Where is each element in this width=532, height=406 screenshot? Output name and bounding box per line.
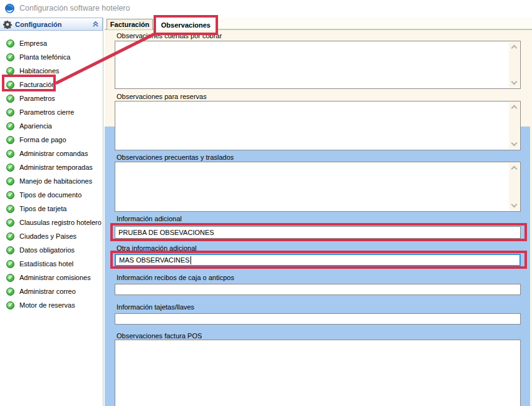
textarea-observaciones-para-reservas[interactable] bbox=[115, 101, 521, 150]
check-icon bbox=[6, 260, 14, 268]
observaciones-tab-panel: Observaciones cuentas por cobrar Observa… bbox=[105, 30, 532, 406]
text-caret bbox=[190, 256, 191, 264]
scrollbar[interactable] bbox=[509, 42, 519, 88]
sidebar-item-clausulas-registro[interactable]: Clausulas registro hotelero bbox=[0, 216, 103, 229]
check-icon bbox=[6, 191, 14, 199]
tab-facturacion[interactable]: Facturación bbox=[107, 19, 153, 29]
sidebar: Configuración Empresa Planta telefónica … bbox=[0, 18, 103, 406]
scroll-down-icon[interactable] bbox=[511, 202, 518, 208]
sidebar-item-parametros[interactable]: Parametros bbox=[0, 91, 103, 105]
sidebar-item-ciudades-y-paises[interactable]: Ciudades y Paises bbox=[0, 229, 103, 243]
input-informacion-tarjetas-llaves[interactable] bbox=[115, 313, 521, 325]
check-icon bbox=[6, 177, 14, 185]
label-observaciones-cuentas-por-cobrar: Observaciones cuentas por cobrar bbox=[117, 32, 222, 39]
sidebar-item-parametros-cierre[interactable]: Parametros cierre bbox=[0, 105, 103, 119]
window-title: Configuración software hotelero bbox=[19, 4, 130, 13]
scroll-up-icon[interactable] bbox=[511, 166, 518, 172]
check-icon bbox=[6, 122, 14, 130]
check-icon bbox=[6, 67, 14, 75]
gear-icon bbox=[3, 20, 12, 29]
sidebar-item-apariencia[interactable]: Apariencia bbox=[0, 119, 103, 133]
sidebar-item-manejo-de-habitaciones[interactable]: Manejo de habitaciones bbox=[0, 174, 103, 188]
check-icon bbox=[6, 246, 14, 254]
textarea-observaciones-cuentas-por-cobrar[interactable] bbox=[115, 41, 521, 89]
app-logo-icon bbox=[4, 3, 15, 14]
input-value: MAS OBSERVACINES bbox=[119, 256, 190, 264]
sidebar-item-forma-de-pago[interactable]: Forma de pago bbox=[0, 133, 103, 147]
label-informacion-tarjetas-llaves: Información tajetas/llaves bbox=[117, 303, 194, 311]
sidebar-item-empresa[interactable]: Empresa bbox=[0, 36, 103, 50]
scroll-up-icon[interactable] bbox=[511, 45, 518, 51]
sidebar-item-administrar-temporadas[interactable]: Administrar temporadas bbox=[0, 160, 103, 174]
sidebar-header[interactable]: Configuración bbox=[0, 18, 103, 31]
check-icon bbox=[6, 205, 14, 213]
check-icon bbox=[6, 108, 14, 117]
check-icon bbox=[6, 136, 14, 144]
check-icon bbox=[6, 95, 14, 103]
label-otra-informacion-adicional: Otra información adicional bbox=[117, 244, 197, 252]
sidebar-item-facturacion[interactable]: Facturación bbox=[0, 78, 103, 91]
sidebar-item-estadisticas-hotel[interactable]: Estadísticas hotel bbox=[0, 257, 103, 271]
sidebar-item-habitaciones[interactable]: Habitaciones bbox=[0, 64, 103, 78]
label-observaciones-precuentas-traslados: Observaciones precuentas y traslados bbox=[117, 154, 234, 161]
sidebar-item-datos-obligatorios[interactable]: Datos obligatorios bbox=[0, 243, 103, 257]
input-value: PRUEBA DE OBSEVACIONES bbox=[118, 229, 214, 236]
collapse-chevron-icon[interactable] bbox=[92, 21, 99, 28]
sidebar-item-tipos-de-tarjeta[interactable]: Tipos de tarjeta bbox=[0, 202, 103, 216]
title-bar: Configuración software hotelero bbox=[0, 0, 532, 16]
sidebar-item-administrar-correo[interactable]: Administrar correo bbox=[0, 284, 103, 298]
check-icon bbox=[6, 232, 14, 241]
textarea-observaciones-factura-pos[interactable] bbox=[115, 340, 521, 406]
textarea-observaciones-precuentas-traslados[interactable] bbox=[115, 162, 521, 212]
input-informacion-recibos-caja[interactable] bbox=[115, 284, 521, 295]
sidebar-item-tipos-de-documento[interactable]: Tipos de documento bbox=[0, 188, 103, 202]
sidebar-title: Configuración bbox=[15, 21, 92, 28]
check-icon bbox=[6, 53, 14, 61]
scrollbar[interactable] bbox=[509, 102, 519, 149]
check-icon bbox=[6, 219, 14, 227]
check-icon bbox=[6, 150, 14, 158]
sidebar-item-list: Empresa Planta telefónica Habitaciones F… bbox=[0, 36, 103, 312]
scroll-down-icon[interactable] bbox=[511, 79, 518, 85]
label-observaciones-para-reservas: Observaciones para reservas bbox=[117, 93, 207, 100]
sidebar-item-motor-de-reservas[interactable]: Motor de reservas bbox=[0, 298, 103, 312]
scrollbar[interactable] bbox=[509, 163, 519, 211]
scroll-down-icon[interactable] bbox=[511, 140, 518, 147]
sidebar-item-planta-telefonica[interactable]: Planta telefónica bbox=[0, 50, 103, 64]
check-icon bbox=[6, 81, 14, 89]
check-icon bbox=[6, 39, 14, 48]
label-informacion-adicional: Información adicional bbox=[117, 215, 182, 222]
sidebar-item-administrar-comandas[interactable]: Administrar comandas bbox=[0, 147, 103, 160]
check-icon bbox=[6, 301, 14, 310]
input-informacion-adicional[interactable]: PRUEBA DE OBSEVACIONES bbox=[115, 226, 521, 239]
check-icon bbox=[6, 288, 14, 296]
input-otra-informacion-adicional[interactable]: MAS OBSERVACINES bbox=[115, 254, 521, 266]
sidebar-item-administrar-comisiones[interactable]: Administrar comisiones bbox=[0, 271, 103, 284]
check-icon bbox=[6, 274, 14, 282]
label-informacion-recibos-caja: Información recibos de caja o anticpos bbox=[117, 274, 234, 281]
check-icon bbox=[6, 164, 14, 172]
scroll-up-icon[interactable] bbox=[511, 105, 518, 112]
label-observaciones-factura-pos: Observaciones factura POS bbox=[117, 332, 202, 340]
